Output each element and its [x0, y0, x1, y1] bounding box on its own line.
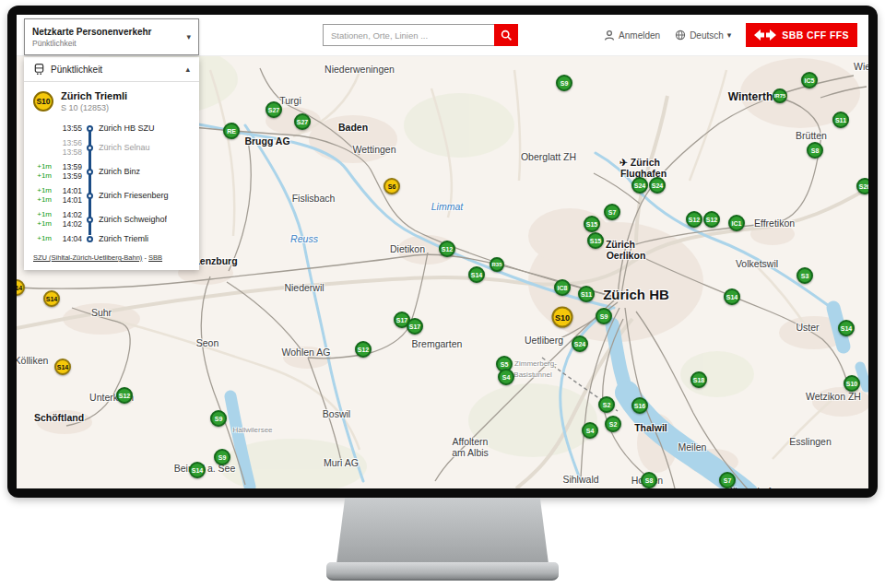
station-badge-s27[interactable]: S27	[294, 113, 311, 130]
station-badge-s10[interactable]: S10	[552, 307, 573, 328]
map-label: Thalwil	[634, 422, 667, 433]
station-badge-s9[interactable]: S9	[596, 308, 612, 324]
station-badge-re[interactable]: RE	[223, 123, 240, 139]
header-actions: Anmelden Deutsch ▾	[604, 15, 857, 55]
station-badge-s17[interactable]: S17	[407, 318, 423, 335]
station-badge-s14[interactable]: S14	[54, 359, 71, 375]
panel-footer: SZU (Sihltal-Zürich-Uetliberg-Bahn) - SB…	[24, 248, 199, 270]
stop-row[interactable]: 13:5613:58Zürich Selnau	[24, 135, 199, 159]
station-badge-s9[interactable]: S9	[556, 75, 572, 91]
map-label: Brütten	[796, 130, 827, 141]
station-badge-s24[interactable]: S24	[631, 177, 648, 194]
station-badge-ic1[interactable]: IC1	[728, 215, 745, 231]
station-badge-s7[interactable]: S7	[719, 472, 736, 488]
station-badge-s4[interactable]: S4	[498, 369, 514, 385]
map-label: Zürich HB	[603, 287, 669, 302]
station-badge-s14[interactable]: S14	[17, 279, 25, 296]
stop-row[interactable]: 13:55Zürich HB SZU	[24, 121, 199, 135]
login-label: Anmelden	[619, 30, 660, 41]
chevron-down-icon: ▾	[186, 33, 191, 41]
stop-dot	[82, 145, 97, 151]
map-label: Wettingen	[352, 144, 395, 155]
station-badge-s3[interactable]: S3	[796, 267, 813, 284]
map-label: Meilen	[678, 441, 707, 453]
station-badge-ir75[interactable]: IR75	[773, 88, 787, 103]
collapse-panel-button[interactable]: ▴	[185, 65, 190, 74]
stop-row[interactable]: +1m14:04Zürich Triemli	[24, 231, 199, 246]
map-label: Oerlikon	[607, 250, 646, 261]
station-badge-s10[interactable]: S10	[844, 375, 860, 392]
panel-header: Pünktlichkeit ▴	[24, 57, 199, 82]
search-button[interactable]	[494, 24, 518, 46]
station-badge-s24[interactable]: S24	[572, 335, 588, 352]
szu-link[interactable]: SZU (Sihltal-Zürich-Uetliberg-Bahn)	[33, 253, 142, 262]
stop-row[interactable]: +1m+1m13:5913:59Zürich Binz	[24, 159, 199, 183]
station-badge-s7[interactable]: S7	[604, 204, 620, 220]
station-badge-s12[interactable]: S12	[439, 241, 455, 257]
search-input[interactable]	[323, 24, 494, 46]
map-label: Uetliberg	[525, 335, 563, 346]
station-badge-ic8[interactable]: IC8	[554, 279, 571, 296]
stop-delay: +1m+1m	[33, 162, 52, 181]
station-badge-s6[interactable]: S6	[384, 178, 400, 194]
stop-row[interactable]: +1m+1m14:0114:01Zürich Friesenberg	[24, 183, 199, 207]
map-label: Seon	[196, 337, 219, 348]
station-badge-s2[interactable]: S2	[598, 396, 615, 413]
station-badge-s14[interactable]: S14	[724, 288, 740, 305]
map-label: Suhr	[91, 307, 112, 318]
stop-dot	[82, 217, 97, 223]
map-label: am Albis	[452, 447, 489, 458]
station-badge-s15[interactable]: S15	[584, 216, 600, 232]
map-label: Zimmerberg-	[514, 359, 557, 368]
map-label: Zürich	[606, 239, 635, 250]
layer-select-dropdown[interactable]: Netzkarte Personenverkehr Pünktlichkeit …	[24, 18, 199, 55]
station-badge-s18[interactable]: S18	[690, 371, 707, 388]
stop-delay: +1m+1m	[33, 210, 52, 229]
station-badge-s14[interactable]: S14	[189, 462, 206, 478]
panel-title: Pünktlichkeit	[51, 65, 180, 75]
search-bar	[323, 24, 518, 46]
station-badge-s12[interactable]: S12	[116, 387, 133, 404]
sbb-arrows-icon	[754, 29, 776, 41]
stop-dot	[82, 125, 97, 132]
station-badge-s9[interactable]: S9	[210, 410, 227, 427]
station-badge-s12[interactable]: S12	[355, 341, 372, 358]
station-badge-s14[interactable]: S14	[43, 290, 60, 307]
stop-time: 14:04	[54, 234, 82, 243]
station-badge-s8[interactable]: S8	[807, 142, 823, 159]
map-label: Kölliken	[17, 355, 48, 366]
station-badge-ic5[interactable]: IC5	[801, 72, 818, 88]
stop-dot	[82, 169, 97, 175]
station-badge-s12[interactable]: S12	[703, 211, 720, 228]
map-label: Esslingen	[789, 436, 832, 447]
station-badge-s11[interactable]: S11	[832, 112, 849, 128]
station-badge-s9[interactable]: S9	[214, 449, 230, 465]
station-badge-s27[interactable]: S27	[266, 101, 282, 118]
stop-name: Zürich HB SZU	[99, 123, 155, 133]
station-badge-s26[interactable]: S26	[856, 178, 868, 194]
map-label: Uster	[796, 322, 819, 333]
station-badge-s24[interactable]: S24	[649, 177, 666, 194]
station-badge-s16[interactable]: S16	[631, 397, 648, 414]
map-label: Fislisbach	[292, 193, 336, 204]
layer-select-text: Netzkarte Personenverkehr Pünktlichkeit	[32, 27, 186, 48]
search-icon	[501, 29, 513, 41]
station-badge-s2[interactable]: S2	[605, 416, 621, 432]
station-badge-s14[interactable]: S14	[468, 266, 485, 283]
login-button[interactable]: Anmelden	[604, 29, 660, 41]
sbb-link[interactable]: SBB	[148, 253, 162, 262]
station-badge-s8[interactable]: S8	[641, 472, 657, 488]
language-selector[interactable]: Deutsch ▾	[675, 29, 731, 41]
station-badge-s15[interactable]: S15	[587, 232, 604, 249]
globe-icon	[675, 29, 686, 41]
map-label: Effretikon	[754, 218, 795, 229]
station-badge-s12[interactable]: S12	[686, 211, 702, 228]
map-label: Baden	[338, 122, 368, 133]
stop-delay: +1m+1m	[33, 186, 52, 205]
map-label: Wiesendangen	[854, 61, 868, 72]
station-badge-s14[interactable]: S14	[838, 320, 855, 336]
stop-row[interactable]: +1m+1m14:0214:02Zürich Schweighof	[24, 207, 199, 231]
station-badge-s4[interactable]: S4	[582, 422, 598, 439]
station-badge-s11[interactable]: S11	[578, 286, 595, 302]
station-badge-r35[interactable]: R35	[490, 257, 504, 272]
